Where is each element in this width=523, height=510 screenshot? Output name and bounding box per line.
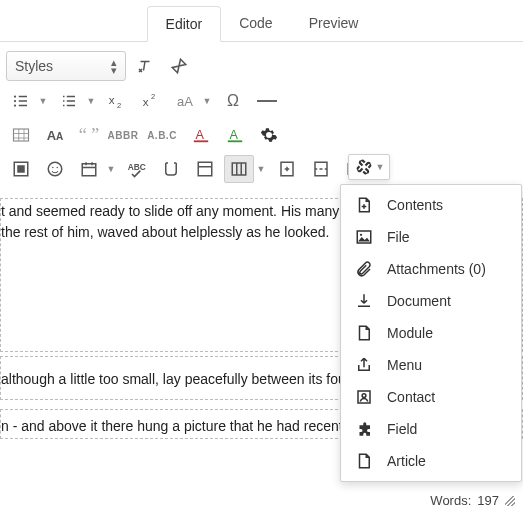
image-icon <box>355 228 373 246</box>
template-button[interactable] <box>190 155 220 183</box>
dd-document[interactable]: Document <box>341 285 521 317</box>
abbr-button[interactable]: ABBR <box>108 121 138 149</box>
columns-button[interactable] <box>224 155 254 183</box>
gear-icon <box>260 126 278 144</box>
dd-menu[interactable]: Menu <box>341 349 521 381</box>
smile-icon <box>46 160 64 178</box>
svg-text:x: x <box>109 93 115 106</box>
svg-text:2: 2 <box>151 92 155 101</box>
ordered-list-dd[interactable]: ▼ <box>84 96 98 106</box>
clear-formatting-button[interactable] <box>130 52 160 80</box>
spellcheck-button[interactable]: ABC <box>122 155 152 183</box>
page-plus-icon <box>355 196 373 214</box>
styles-label: Styles <box>15 58 53 74</box>
block-icon <box>12 160 30 178</box>
svg-point-27 <box>362 394 366 398</box>
special-char-button[interactable]: Ω <box>218 87 248 115</box>
calendar-button[interactable] <box>74 155 104 183</box>
quote-button[interactable]: “ ” <box>74 121 104 149</box>
dd-attachments[interactable]: Attachments (0) <box>341 253 521 285</box>
table-icon <box>12 127 30 143</box>
template-icon <box>196 160 214 178</box>
editor-tabs: Editor Code Preview <box>0 6 523 42</box>
calendar-dd[interactable]: ▼ <box>104 164 118 174</box>
paperclip-icon <box>355 260 373 278</box>
clear-format-icon <box>136 57 154 75</box>
spellcheck-icon: ABC <box>127 160 147 178</box>
font-aa-icon: AA <box>47 128 64 143</box>
status-bar: Words: 197 <box>430 493 515 508</box>
font-family-button[interactable]: AA <box>40 121 70 149</box>
case-button[interactable]: aA <box>170 87 200 115</box>
download-icon <box>355 292 373 310</box>
joomla-icon <box>355 158 373 176</box>
svg-point-14 <box>48 162 62 176</box>
ordered-list-button[interactable] <box>54 87 84 115</box>
table-button[interactable] <box>6 121 36 149</box>
share-icon <box>355 356 373 374</box>
dd-article[interactable]: Article <box>341 445 521 477</box>
select-caret-icon: ▴▾ <box>111 58 117 74</box>
word-count-value: 197 <box>477 493 499 508</box>
subscript-icon: x2 <box>107 92 127 110</box>
page-icon <box>355 324 373 342</box>
backcolor-button[interactable]: A <box>220 121 250 149</box>
forecolor-icon: A <box>192 126 210 144</box>
resize-handle[interactable] <box>505 496 515 506</box>
bullet-list-dd[interactable]: ▼ <box>36 96 50 106</box>
svg-text:ABC: ABC <box>128 162 146 172</box>
backcolor-icon: A <box>226 126 244 144</box>
bullet-list-button[interactable] <box>6 87 36 115</box>
columns-dd[interactable]: ▼ <box>254 164 268 174</box>
svg-rect-11 <box>228 140 242 142</box>
readmore-icon <box>312 160 330 178</box>
svg-rect-19 <box>198 162 212 176</box>
svg-point-15 <box>52 167 54 169</box>
dd-file[interactable]: File <box>341 221 521 253</box>
nonbreaking-button[interactable] <box>156 155 186 183</box>
hr-icon <box>257 100 277 102</box>
cleanup-button[interactable] <box>164 52 194 80</box>
emoji-button[interactable] <box>40 155 70 183</box>
hr-button[interactable] <box>252 87 282 115</box>
pagebreak-button[interactable] <box>272 155 302 183</box>
svg-point-0 <box>14 95 16 97</box>
case-dd[interactable]: ▼ <box>200 96 214 106</box>
word-count-label: Words: <box>430 493 471 508</box>
joomla-dd-caret: ▼ <box>373 162 387 172</box>
dd-contents[interactable]: Contents <box>341 189 521 221</box>
svg-rect-9 <box>194 140 208 142</box>
tab-preview[interactable]: Preview <box>291 6 377 41</box>
svg-text:A: A <box>230 128 239 142</box>
subscript-button[interactable]: x2 <box>102 87 132 115</box>
dd-field[interactable]: Field <box>341 413 521 445</box>
svg-point-1 <box>14 100 16 102</box>
superscript-button[interactable]: x2 <box>136 87 166 115</box>
forecolor-button[interactable]: A <box>186 121 216 149</box>
columns-icon <box>230 160 248 178</box>
svg-rect-13 <box>17 165 25 173</box>
joomla-insert-button[interactable]: ▼ <box>348 154 390 180</box>
joomla-dropdown: Contents File Attachments (0) Document M… <box>340 184 522 482</box>
tab-editor[interactable]: Editor <box>147 6 222 42</box>
svg-text:A: A <box>196 128 205 142</box>
tab-code[interactable]: Code <box>221 6 290 41</box>
acronym-button[interactable]: A.B.C <box>142 121 182 149</box>
insert-block-button[interactable] <box>6 155 36 183</box>
dd-contact[interactable]: Contact <box>341 381 521 413</box>
toolbar: Styles ▴▾ ▼ ▼ x2 x2 <box>0 42 523 186</box>
omega-icon: Ω <box>227 92 239 110</box>
abc-icon: A.B.C <box>147 130 177 141</box>
settings-button[interactable] <box>254 121 284 149</box>
svg-point-2 <box>14 104 16 106</box>
dd-module[interactable]: Module <box>341 317 521 349</box>
calendar-icon <box>80 160 98 178</box>
styles-select[interactable]: Styles ▴▾ <box>6 51 126 81</box>
readmore-button[interactable] <box>306 155 336 183</box>
svg-point-16 <box>57 167 59 169</box>
svg-point-25 <box>360 234 362 236</box>
article-icon <box>355 452 373 470</box>
svg-rect-17 <box>82 164 96 176</box>
case-icon: aA <box>177 94 193 109</box>
puzzle-icon <box>355 420 373 438</box>
